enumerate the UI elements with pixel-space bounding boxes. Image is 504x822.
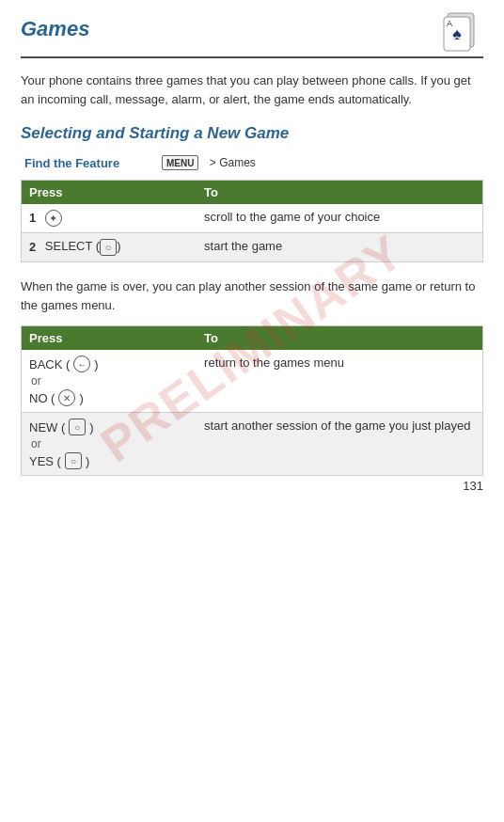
path-text: > Games xyxy=(210,156,256,169)
table1-row2-to: start the game xyxy=(197,233,482,262)
table1-col-to: To xyxy=(197,181,482,205)
table2-header-row: Press To xyxy=(22,326,483,351)
intro-text: Your phone contains three games that you… xyxy=(21,71,483,108)
path-arrow xyxy=(202,156,205,169)
select-icon: ○ xyxy=(100,239,117,256)
table2-row1-to: return to the games menu xyxy=(197,350,482,413)
table2-row2-press: NEW (○) or YES (○) xyxy=(22,413,197,476)
svg-text:♠: ♠ xyxy=(452,24,462,43)
table-row: 1 ✦ scroll to the game of your choice xyxy=(22,204,483,233)
table2-row2-to: start another session of the game you ju… xyxy=(197,413,482,476)
section1-heading: Selecting and Starting a New Game xyxy=(21,123,483,144)
page-title: Games xyxy=(21,17,89,41)
table1-row2-press: 2 SELECT (○) xyxy=(22,233,197,262)
find-feature-path: MENU > Games xyxy=(162,155,256,170)
page-number: 131 xyxy=(463,479,483,493)
nav-icon: ✦ xyxy=(45,210,62,227)
table1-row1-to: scroll to the game of your choice xyxy=(197,204,482,233)
table1-col-press: Press xyxy=(22,181,197,205)
table-row: 2 SELECT (○) start the game xyxy=(22,233,483,262)
table2-col-to: To xyxy=(197,326,482,351)
table2-col-press: Press xyxy=(22,326,197,351)
table1-row1-press: 1 ✦ xyxy=(22,204,197,233)
no-icon: ✕ xyxy=(58,389,75,406)
table1-header-row: Press To xyxy=(22,181,483,205)
find-feature-label: Find the Feature xyxy=(24,156,147,170)
table2-row1-press: BACK (←) or NO (✕) xyxy=(22,350,197,413)
card-icon: ♠ A xyxy=(438,8,483,53)
find-feature-row: Find the Feature MENU > Games xyxy=(21,153,483,172)
page-container: Games ♠ A Your phone contains three game… xyxy=(0,0,504,508)
back-icon: ← xyxy=(73,356,90,372)
menu-icon: MENU xyxy=(162,155,198,170)
new-icon: ○ xyxy=(69,419,86,435)
svg-text:A: A xyxy=(447,19,452,28)
table-2: Press To BACK (←) or NO (✕) xyxy=(21,325,483,476)
yes-icon: ○ xyxy=(65,452,82,469)
table-row: NEW (○) or YES (○) start another session… xyxy=(22,413,483,476)
table-1: Press To 1 ✦ scroll to the game of your … xyxy=(21,180,483,262)
between-text: When the game is over, you can play anot… xyxy=(21,277,483,314)
table-row: BACK (←) or NO (✕) return to the games m… xyxy=(22,350,483,413)
page-header: Games ♠ A xyxy=(21,17,483,58)
